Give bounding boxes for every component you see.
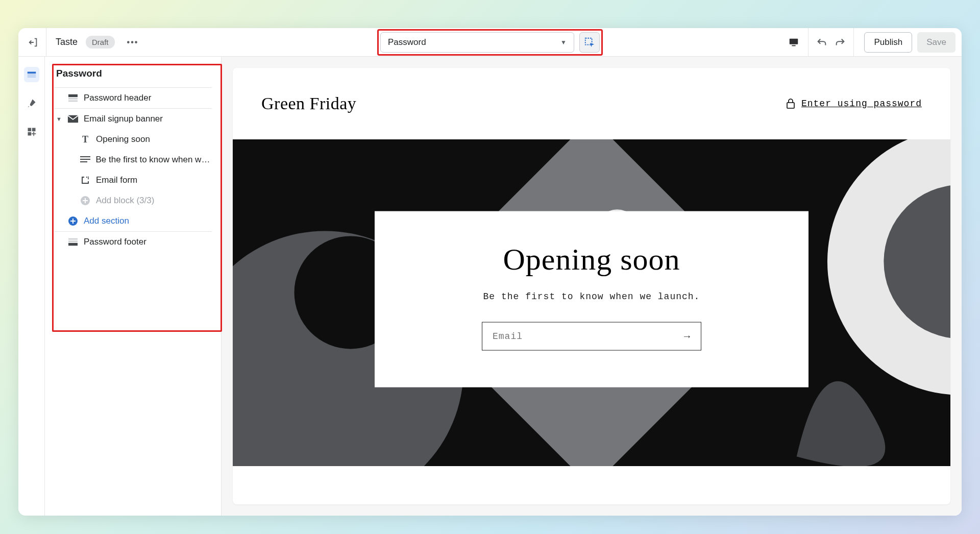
plus-circle-icon bbox=[80, 196, 91, 206]
rail-app-embeds[interactable] bbox=[24, 124, 39, 139]
exit-icon bbox=[28, 37, 39, 48]
add-block-label: Add block (3/3) bbox=[96, 196, 154, 206]
signup-card: Opening soon Be the first to know when w… bbox=[375, 211, 808, 387]
svg-rect-6 bbox=[28, 128, 31, 132]
desktop-icon bbox=[788, 37, 799, 48]
block-label: Be the first to know when we… bbox=[95, 155, 212, 165]
add-section[interactable]: Add section bbox=[45, 211, 221, 231]
svg-rect-14 bbox=[80, 159, 90, 160]
exit-button[interactable] bbox=[24, 34, 42, 51]
site-title: Green Friday bbox=[261, 94, 356, 113]
block-label: Email form bbox=[96, 175, 137, 185]
undo-button[interactable] bbox=[813, 33, 831, 52]
block-paragraph[interactable]: Be the first to know when we… bbox=[45, 150, 221, 170]
section-password-header[interactable]: Password header bbox=[45, 88, 221, 108]
topbar: Taste Draft ••• Password ▼ bbox=[18, 28, 962, 57]
section-email-signup-banner[interactable]: ▼ Email signup banner bbox=[45, 109, 221, 129]
svg-rect-21 bbox=[787, 103, 794, 108]
card-heading: Opening soon bbox=[395, 242, 788, 277]
svg-rect-7 bbox=[32, 128, 35, 132]
svg-rect-13 bbox=[80, 156, 90, 157]
more-button[interactable]: ••• bbox=[124, 35, 142, 50]
rail-sections[interactable] bbox=[24, 67, 39, 82]
email-signup-banner: Opening soon Be the first to know when w… bbox=[233, 139, 950, 466]
redo-icon bbox=[835, 37, 846, 48]
email-input-wrapper[interactable]: → bbox=[482, 322, 701, 351]
enter-password-link[interactable]: Enter using password bbox=[786, 99, 922, 109]
svg-rect-20 bbox=[68, 243, 78, 246]
plus-circle-icon bbox=[67, 216, 79, 226]
form-icon bbox=[80, 175, 91, 185]
site-header: Green Friday Enter using password bbox=[233, 68, 950, 139]
redo-button[interactable] bbox=[831, 33, 849, 52]
save-button[interactable]: Save bbox=[917, 32, 955, 53]
publish-button[interactable]: Publish bbox=[864, 32, 912, 53]
lock-icon bbox=[786, 99, 795, 109]
undo-icon bbox=[816, 37, 827, 48]
block-email-form[interactable]: Email form bbox=[45, 170, 221, 190]
svg-rect-11 bbox=[68, 101, 78, 102]
svg-rect-2 bbox=[792, 45, 796, 46]
chevron-down-icon: ▼ bbox=[560, 39, 567, 46]
rail-theme-settings[interactable] bbox=[24, 95, 39, 111]
enter-password-label: Enter using password bbox=[801, 99, 922, 109]
block-label: Opening soon bbox=[96, 134, 150, 144]
svg-rect-15 bbox=[80, 161, 87, 162]
divider bbox=[46, 28, 46, 57]
status-badge: Draft bbox=[86, 36, 115, 48]
divider bbox=[808, 28, 808, 57]
heading-icon: T bbox=[80, 134, 91, 144]
chevron-down-icon: ▼ bbox=[56, 116, 62, 122]
page-select[interactable]: Password ▼ bbox=[380, 32, 574, 53]
svg-rect-10 bbox=[68, 98, 78, 100]
envelope-icon bbox=[67, 114, 79, 124]
paintbrush-icon bbox=[27, 98, 37, 108]
page-select-label: Password bbox=[388, 37, 426, 47]
left-rail bbox=[18, 57, 45, 516]
block-opening-soon[interactable]: T Opening soon bbox=[45, 129, 221, 150]
svg-rect-8 bbox=[28, 132, 31, 136]
svg-rect-5 bbox=[27, 77, 36, 78]
apps-icon bbox=[27, 127, 37, 137]
divider bbox=[853, 28, 854, 57]
svg-rect-1 bbox=[790, 38, 798, 44]
add-section-label: Add section bbox=[84, 216, 129, 226]
sidebar-title: Password bbox=[45, 64, 221, 87]
main-body: Password Password header ▼ Email signup … bbox=[18, 57, 962, 516]
section-label: Email signup banner bbox=[84, 114, 163, 124]
header-icon bbox=[67, 93, 79, 103]
inspector-icon bbox=[584, 37, 595, 48]
preview-canvas: Green Friday Enter using password bbox=[222, 57, 962, 516]
sections-icon bbox=[26, 69, 37, 80]
device-desktop-button[interactable] bbox=[783, 32, 804, 53]
preview-frame: Green Friday Enter using password bbox=[233, 68, 950, 504]
section-password-footer[interactable]: Password footer bbox=[45, 232, 221, 252]
footer-icon bbox=[67, 237, 79, 247]
topbar-right: Publish Save bbox=[783, 28, 955, 56]
svg-rect-18 bbox=[68, 238, 78, 240]
svg-rect-3 bbox=[27, 72, 36, 74]
sections-sidebar: Password Password header ▼ Email signup … bbox=[45, 57, 222, 516]
section-label: Password footer bbox=[84, 237, 146, 247]
theme-name: Taste bbox=[56, 37, 78, 47]
email-input[interactable] bbox=[493, 331, 684, 342]
topbar-center: Password ▼ bbox=[377, 29, 603, 56]
card-paragraph: Be the first to know when we launch. bbox=[395, 292, 788, 302]
text-icon bbox=[80, 155, 90, 165]
add-block: Add block (3/3) bbox=[45, 190, 221, 211]
submit-arrow-icon[interactable]: → bbox=[684, 330, 691, 342]
highlight-box-topbar: Password ▼ bbox=[377, 29, 603, 56]
app-window: Taste Draft ••• Password ▼ bbox=[18, 28, 962, 516]
section-label: Password header bbox=[84, 93, 151, 103]
svg-rect-4 bbox=[27, 75, 36, 76]
svg-rect-19 bbox=[68, 240, 78, 242]
inspector-button[interactable] bbox=[579, 32, 600, 53]
svg-rect-9 bbox=[68, 94, 78, 97]
